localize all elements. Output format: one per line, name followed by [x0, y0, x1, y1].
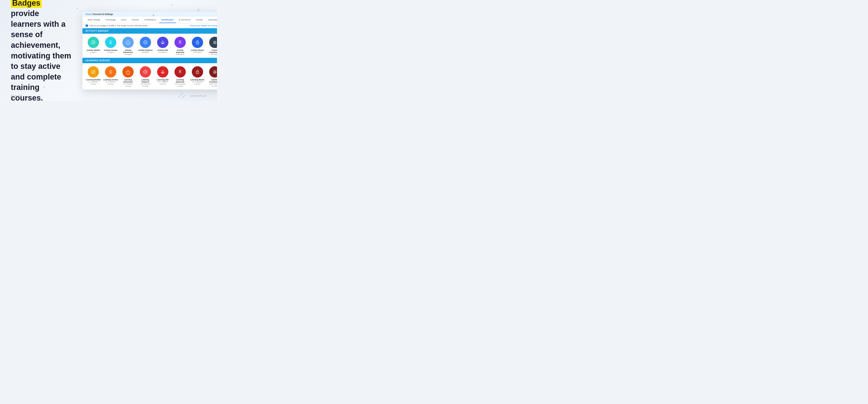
page-wrapper: ✦ ✦ ✦ ✦ Badges provide learners with a s…: [0, 0, 217, 101]
badge-activity-adventurer-icon: [122, 37, 134, 48]
badge-learning-master-desc: (64 completed courses): [190, 81, 205, 85]
badge-activity-grandmaster-label: Activity Grandmaster: [207, 49, 217, 53]
badge-activity-superstar-icon: [175, 37, 186, 48]
right-panel: Home / Account & Settings Basic settings…: [83, 7, 217, 94]
badge-learning-grandmaster-icon: [209, 66, 217, 78]
badge-learning-master-label: Learning Master: [190, 79, 205, 81]
svg-point-5: [180, 40, 181, 42]
badge-learning-star[interactable]: Learning Star (16 completed courses): [155, 66, 170, 87]
badge-activity-star[interactable]: Activity Star (64 logins): [155, 37, 170, 56]
badge-learning-superstar-desc: (32 completed courses): [173, 83, 188, 87]
badge-learning-master-icon: [192, 66, 203, 78]
badge-learning-adventurer-icon: [122, 66, 134, 78]
highlight-word: Badges: [11, 0, 42, 8]
deco-star-2: ✦: [152, 13, 155, 18]
browser-window: Home / Account & Settings Basic settings…: [83, 12, 217, 89]
default-set: Choose your default set: Evolution ▼: [189, 25, 217, 27]
tab-themes[interactable]: Themes: [129, 17, 141, 23]
badge-learning-adventurer-label: Learning Adventurer: [120, 79, 135, 83]
badge-learning-grandmaster[interactable]: Learning Grandmaster (128 completed cour…: [207, 66, 217, 87]
badge-learning-grandmaster-label: Learning Grandmaster: [207, 79, 217, 83]
deco-star-3: ✦: [171, 3, 174, 7]
breadcrumb-bar: Home / Account & Settings: [83, 12, 217, 17]
badge-learning-adventurer-desc: (4 completed courses): [120, 83, 135, 87]
badge-activity-grandmaster[interactable]: Activity Grandmaster (512 logins): [207, 37, 217, 56]
headline: Badges provide learners with a sense of …: [11, 0, 72, 101]
badge-activity-grower-label: Activity Grower: [104, 49, 118, 51]
breadcrumb-home[interactable]: Home: [86, 13, 91, 16]
badge-learning-grandmaster-desc: (128 completed courses): [207, 83, 217, 87]
activity-badge-grid: Activity Newbie (4 logins) Activity Grow…: [83, 34, 217, 58]
tab-ecommerce[interactable]: E-commerce: [177, 17, 193, 23]
badge-activity-star-desc: (64 logins): [159, 51, 166, 53]
badge-activity-superstar[interactable]: Activity Superstar (128 logins): [173, 37, 188, 56]
info-left: i Click on any badge to modify it. The i…: [86, 24, 148, 27]
activity-section-header: ACTIVITY BADGES: [83, 28, 217, 34]
badge-activity-grandmaster-desc: (512 logins): [211, 53, 217, 56]
learning-badge-grid: Learning Newbie (1 completed course) Lea…: [83, 63, 217, 89]
badge-learning-newbie-label: Learning Newbie: [86, 79, 101, 81]
svg-point-16: [197, 72, 198, 73]
badge-learning-explorer-desc: (8 completed courses): [138, 83, 153, 87]
badge-activity-explorer-label: Activity Explorer: [138, 49, 153, 51]
tab-subscription[interactable]: Subscription: [206, 17, 217, 23]
badge-activity-explorer-desc: (32 logins): [142, 51, 149, 53]
badge-learning-superstar-icon: [175, 66, 186, 78]
brand-left: AnyforSoft: [11, 94, 22, 97]
tab-gamification[interactable]: Gamification: [159, 17, 176, 23]
badge-learning-superstar[interactable]: Learning Superstar (32 completed courses…: [173, 66, 188, 87]
info-text: Click on any badge to modify it. The ima…: [89, 25, 148, 27]
badge-activity-grower-desc: (8 logins): [107, 51, 114, 53]
tab-domain[interactable]: Domain: [194, 17, 205, 23]
badge-learning-master[interactable]: Learning Master (64 completed courses): [190, 66, 205, 87]
badge-learning-adventurer[interactable]: Learning Adventurer (4 completed courses…: [120, 66, 135, 87]
svg-point-7: [197, 42, 198, 43]
learning-section-header: LEARNING BADGES: [83, 58, 217, 63]
badge-activity-grandmaster-icon: [209, 37, 217, 48]
badge-activity-star-icon: [157, 37, 168, 48]
badge-activity-superstar-label: Activity Superstar: [173, 49, 188, 53]
badge-learning-explorer-icon: [140, 66, 151, 78]
deco-star-1: ✦: [76, 6, 79, 10]
badge-activity-adventurer-label: Activity Adventurer: [120, 49, 135, 53]
svg-rect-13: [162, 73, 163, 74]
badge-activity-master-label: Activity Master: [191, 49, 204, 51]
badge-learning-newbie-icon: [88, 66, 99, 78]
badge-activity-newbie-label: Activity Newbie: [87, 49, 100, 51]
badge-learning-grower-label: Learning Grower: [103, 79, 118, 81]
breadcrumb-current: Account & Settings: [93, 13, 113, 16]
deco-circle-2: [43, 86, 45, 88]
svg-point-10: [110, 70, 112, 72]
badge-activity-adventurer[interactable]: Activity Adventurer (16 logins): [120, 37, 135, 56]
nav-tabs: Basic settings Homepage Users Themes Cer…: [83, 17, 217, 23]
badge-learning-grower-desc: (2 completed courses): [103, 81, 118, 85]
tab-basic-settings[interactable]: Basic settings: [86, 17, 103, 23]
left-panel: Badges provide learners with a sense of …: [0, 0, 83, 101]
info-icon: i: [86, 24, 88, 27]
badge-activity-adventurer-desc: (16 logins): [124, 53, 132, 56]
tab-certifications[interactable]: Certifications: [142, 17, 158, 23]
badge-activity-master[interactable]: Activity Master (256 logins): [190, 37, 205, 56]
badge-activity-newbie[interactable]: Activity Newbie (4 logins): [86, 37, 101, 56]
tab-users[interactable]: Users: [119, 17, 128, 23]
svg-rect-4: [162, 43, 163, 44]
svg-point-12: [145, 71, 146, 72]
badge-learning-grower[interactable]: Learning Grower (2 completed courses): [103, 66, 118, 87]
svg-point-1: [110, 41, 112, 42]
badge-activity-grower-icon: [105, 37, 116, 48]
badge-activity-superstar-desc: (128 logins): [176, 53, 184, 56]
badge-activity-newbie-icon: [88, 37, 99, 48]
svg-point-14: [180, 70, 181, 72]
svg-rect-8: [214, 42, 215, 44]
tab-homepage[interactable]: Homepage: [103, 17, 118, 23]
badge-activity-master-desc: (256 logins): [193, 51, 202, 53]
footer-branding: AnyforSoft anyforsoft.com: [0, 94, 217, 97]
svg-rect-17: [214, 72, 215, 74]
deco-star-4: ✦: [163, 79, 166, 84]
badge-activity-grower[interactable]: Activity Grower (8 logins): [103, 37, 118, 56]
badge-learning-explorer[interactable]: Learning Explorer (8 completed courses): [138, 66, 153, 87]
badge-activity-explorer[interactable]: Activity Explorer (32 logins): [138, 37, 153, 56]
badge-activity-newbie-desc: (4 logins): [90, 51, 97, 53]
badge-learning-newbie[interactable]: Learning Newbie (1 completed course): [86, 66, 101, 87]
badge-activity-star-label: Activity Star: [157, 49, 168, 51]
